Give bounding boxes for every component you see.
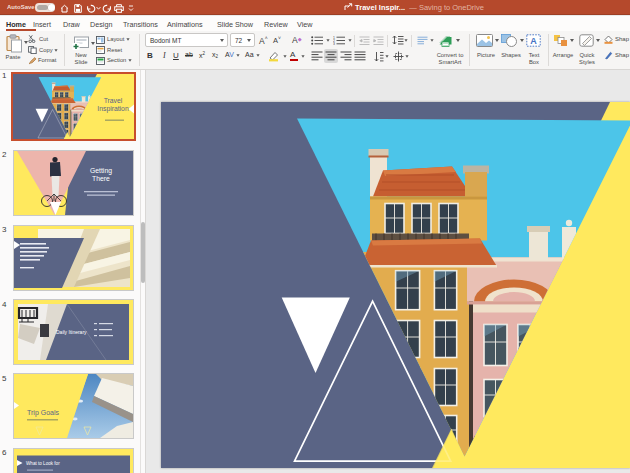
svg-text:Trip Goals: Trip Goals xyxy=(27,409,60,417)
svg-text:Daily Itinerary: Daily Itinerary xyxy=(56,329,87,335)
svg-text:3: 3 xyxy=(333,42,335,45)
svg-text:A: A xyxy=(530,36,537,46)
svg-text:Getting: Getting xyxy=(90,167,112,175)
svg-text:What to Look for: What to Look for xyxy=(26,461,60,466)
svg-text:There: There xyxy=(92,175,110,182)
svg-text:Travel: Travel xyxy=(104,96,123,103)
svg-text:Inspiration: Inspiration xyxy=(97,105,129,113)
